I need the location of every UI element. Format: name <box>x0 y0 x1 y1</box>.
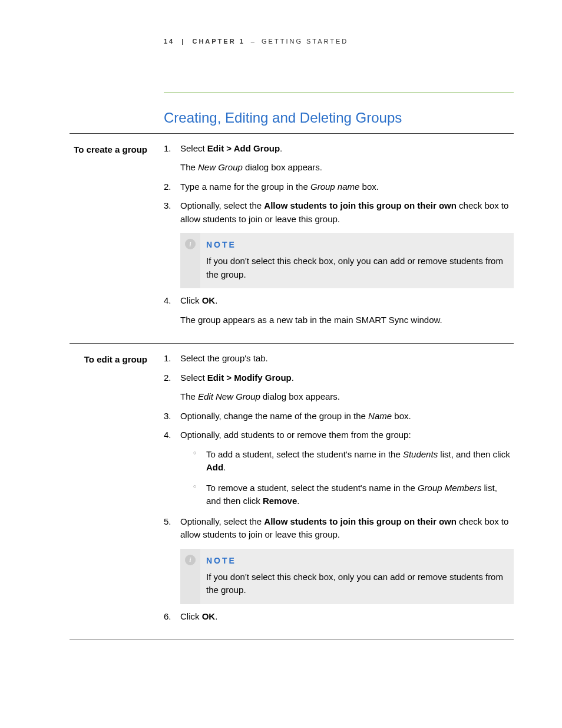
text: Type a name for the group in the <box>180 182 310 192</box>
text: dialog box appears. <box>243 162 322 172</box>
running-header: 14 | CHAPTER 1 – GETTING STARTED <box>70 37 514 47</box>
text: Click <box>180 295 202 305</box>
create-step-1: Select Edit > Add Group. The New Group d… <box>164 142 514 174</box>
note-box: i NOTE If you don't select this check bo… <box>180 233 514 288</box>
menu-path: Edit > Add Group <box>207 143 280 153</box>
field-name: Name <box>368 411 392 421</box>
edit-step-6: Click OK. <box>164 610 514 624</box>
button-label: OK <box>202 611 216 621</box>
text: Optionally, select the <box>180 516 264 526</box>
create-step-3: Optionally, select the Allow students to… <box>164 199 514 288</box>
edit-step-4-bullet-remove: To remove a student, select the student'… <box>180 482 514 508</box>
text: Optionally, change the name of the group… <box>180 411 368 421</box>
edit-step-4-bullet-add: To add a student, select the student's n… <box>180 448 514 475</box>
divider-top <box>164 93 514 93</box>
note-icon-column: i <box>180 549 200 604</box>
note-text: If you don't select this check box, only… <box>206 255 505 281</box>
chapter-title: GETTING STARTED <box>262 38 348 45</box>
list-name: Group Members <box>418 483 481 493</box>
text: list, and then click <box>438 449 510 459</box>
text: dialog box appears. <box>260 391 340 401</box>
section-title: Creating, Editing and Deleting Groups <box>164 107 514 129</box>
divider-bottom <box>70 640 514 640</box>
header-dash: – <box>249 38 258 45</box>
text: . <box>223 462 226 472</box>
page-number: 14 <box>164 38 174 45</box>
note-label: NOTE <box>206 555 505 567</box>
edit-step-3: Optionally, change the name of the group… <box>164 410 514 423</box>
create-step-4: Click OK. The group appears as a new tab… <box>164 294 514 327</box>
button-label: OK <box>202 295 216 305</box>
edit-step-5: Optionally, select the Allow students to… <box>164 515 514 604</box>
list-name: Students <box>403 449 438 459</box>
text: . <box>297 496 299 506</box>
chapter-label: CHAPTER 1 <box>192 38 244 45</box>
checkbox-label: Allow students to join this group on the… <box>264 516 457 526</box>
divider-under-title <box>70 133 514 134</box>
text: The <box>180 391 198 401</box>
text: Select <box>180 143 207 153</box>
create-step-4-sub: The group appears as a new tab in the ma… <box>180 314 514 327</box>
text: . <box>215 611 217 621</box>
dialog-name: New Group <box>198 162 243 172</box>
edit-step-4: Optionally, add students to or remove th… <box>164 429 514 508</box>
text: box. <box>392 411 411 421</box>
note-icon-column: i <box>180 233 200 288</box>
create-step-2: Type a name for the group in the Group n… <box>164 180 514 194</box>
create-group-label: To create a group <box>70 142 164 333</box>
note-label: NOTE <box>206 239 505 251</box>
button-label: Remove <box>263 496 297 506</box>
text: Select <box>180 373 207 383</box>
text: To remove a student, select the student'… <box>206 483 418 493</box>
edit-group-block: To edit a group Select the group's tab. … <box>70 352 514 629</box>
note-text: If you don't select this check box, only… <box>206 571 505 597</box>
edit-step-2-sub: The Edit New Group dialog box appears. <box>180 390 514 404</box>
text: To add a student, select the student's n… <box>206 449 403 459</box>
button-label: Add <box>206 462 223 472</box>
create-group-block: To create a group Select Edit > Add Grou… <box>70 142 514 333</box>
create-step-1-sub: The New Group dialog box appears. <box>180 161 514 174</box>
text: . <box>292 373 294 383</box>
dialog-name: Edit New Group <box>198 391 260 401</box>
text: The <box>180 162 198 172</box>
menu-path: Edit > Modify Group <box>207 373 292 383</box>
text: . <box>215 295 217 305</box>
edit-group-label: To edit a group <box>70 352 164 629</box>
text: Optionally, select the <box>180 200 264 210</box>
field-name: Group name <box>310 182 359 192</box>
text: Click <box>180 611 202 621</box>
info-icon: i <box>185 555 196 565</box>
info-icon: i <box>185 239 196 249</box>
text: box. <box>359 182 379 192</box>
edit-step-1: Select the group's tab. <box>164 352 514 365</box>
edit-step-2: Select Edit > Modify Group. The Edit New… <box>164 371 514 404</box>
header-separator: | <box>178 38 189 45</box>
text: Optionally, add students to or remove th… <box>180 430 411 440</box>
checkbox-label: Allow students to join this group on the… <box>264 200 457 210</box>
note-box: i NOTE If you don't select this check bo… <box>180 549 514 604</box>
text: . <box>280 143 282 153</box>
divider-mid <box>70 343 514 344</box>
